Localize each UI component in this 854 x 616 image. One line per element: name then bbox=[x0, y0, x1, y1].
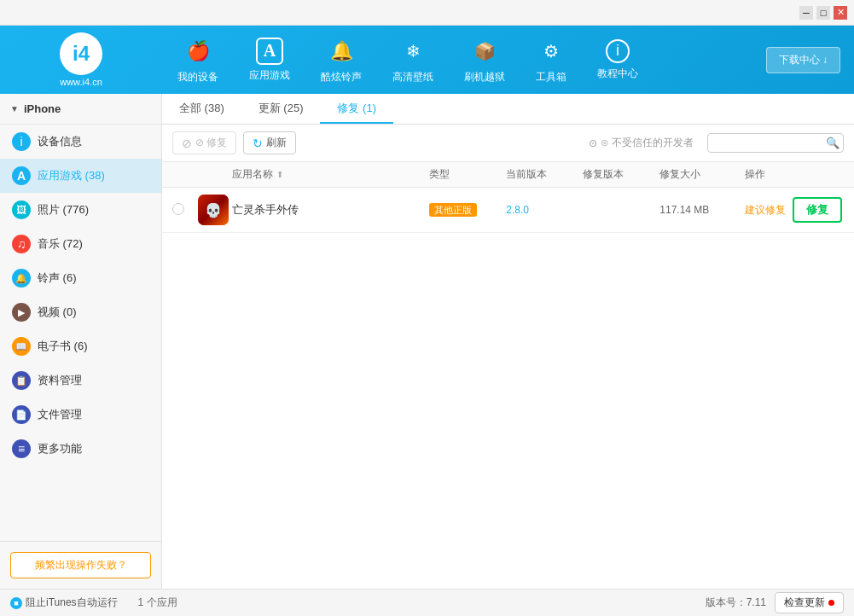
apps-icon: A bbox=[256, 38, 283, 65]
nav-jailbreak[interactable]: 📦 刷机越狱 bbox=[449, 26, 520, 94]
nav-apps-label: 应用游戏 bbox=[249, 68, 290, 83]
wallpaper-icon: ❄ bbox=[398, 36, 428, 67]
status-left: ■ 阻止iTunes自动运行 bbox=[10, 596, 118, 610]
titlebar: ─ □ ✕ bbox=[0, 0, 854, 26]
device-arrow-icon: ▼ bbox=[10, 104, 19, 113]
logo-url: www.i4.cn bbox=[60, 77, 102, 87]
sidebar-item-apps-games[interactable]: A 应用游戏 (38) bbox=[0, 159, 161, 193]
sidebar-photos-label: 照片 (776) bbox=[38, 202, 89, 218]
th-cur-version: 当前版本 bbox=[506, 167, 583, 182]
maximize-button[interactable]: □ bbox=[816, 6, 830, 20]
refresh-button[interactable]: ↻ 刷新 bbox=[243, 131, 296, 154]
music-icon: ♫ bbox=[12, 235, 31, 253]
nav-tools[interactable]: ⚙ 工具箱 bbox=[520, 26, 582, 94]
sidebar-bottom: 频繁出现操作失败？ bbox=[0, 541, 161, 589]
nav-apps[interactable]: A 应用游戏 bbox=[234, 26, 305, 94]
device-label: ▼ iPhone bbox=[0, 94, 161, 125]
row-radio[interactable] bbox=[172, 203, 184, 215]
sidebar-item-videos[interactable]: ▶ 视频 (0) bbox=[0, 295, 161, 329]
navbar: i4 www.i4.cn 🍎 我的设备 A 应用游戏 🔔 酷炫铃声 ❄ 高清壁纸… bbox=[0, 26, 854, 94]
version-label: 版本号：7.11 bbox=[706, 596, 766, 610]
repair-icon: ⊘ bbox=[182, 137, 192, 150]
device-info-icon: i bbox=[12, 132, 31, 151]
refresh-label: 刷新 bbox=[266, 136, 287, 150]
sidebar-item-device-info[interactable]: i 设备信息 bbox=[0, 125, 161, 159]
table-row: 💀 亡灵杀手外传 其他正版 2.8.0 117.14 MB 建议修复 修复 bbox=[162, 188, 854, 233]
content-area: 全部 (38) 更新 (25) 修复 (1) ⊘ ⊘ 修复 ↻ 刷新 ⊙ ⊙ 不… bbox=[162, 94, 854, 589]
sidebar: ▼ iPhone i 设备信息 A 应用游戏 (38) 🖼 照片 (776) ♫… bbox=[0, 94, 162, 589]
stop-itunes-label: 阻止iTunes自动运行 bbox=[26, 596, 118, 610]
nav-tutorials[interactable]: i 教程中心 bbox=[582, 26, 654, 94]
sidebar-more-label: 更多功能 bbox=[38, 441, 82, 456]
table-body: 💀 亡灵杀手外传 其他正版 2.8.0 117.14 MB 建议修复 修复 bbox=[162, 188, 854, 233]
trust-warning-label: ⊙ 不受信任的开发者 bbox=[601, 136, 694, 150]
sidebar-data-mgmt-label: 资料管理 bbox=[38, 373, 82, 388]
svg-text:💀: 💀 bbox=[205, 202, 222, 218]
sidebar-item-file-mgmt[interactable]: 📄 文件管理 bbox=[0, 398, 161, 432]
td-size: 117.14 MB bbox=[659, 204, 745, 216]
th-repair-ver: 修复版本 bbox=[583, 167, 659, 182]
nav-wallpaper[interactable]: ❄ 高清壁纸 bbox=[377, 26, 449, 94]
ringtones-sidebar-icon: 🔔 bbox=[12, 269, 31, 288]
tab-repair[interactable]: 修复 (1) bbox=[320, 94, 393, 124]
nav-tools-label: 工具箱 bbox=[536, 70, 566, 84]
tools-icon: ⚙ bbox=[536, 36, 566, 67]
status-right: 版本号：7.11 检查更新 bbox=[706, 592, 844, 613]
check-update-button[interactable]: 检查更新 bbox=[775, 592, 844, 613]
td-check[interactable] bbox=[172, 203, 198, 218]
stop-icon: ■ bbox=[10, 597, 22, 609]
nav-wallpaper-label: 高清壁纸 bbox=[392, 70, 433, 84]
data-mgmt-icon: 📋 bbox=[12, 371, 31, 390]
error-button[interactable]: 频繁出现操作失败？ bbox=[10, 552, 151, 578]
videos-icon: ▶ bbox=[12, 303, 31, 322]
tabs-bar: 全部 (38) 更新 (25) 修复 (1) bbox=[162, 94, 854, 125]
stop-itunes-button[interactable]: ■ 阻止iTunes自动运行 bbox=[10, 596, 118, 610]
main-layout: ▼ iPhone i 设备信息 A 应用游戏 (38) 🖼 照片 (776) ♫… bbox=[0, 94, 854, 589]
my-device-icon: 🍎 bbox=[183, 36, 213, 67]
logo-area[interactable]: i4 www.i4.cn bbox=[0, 32, 162, 87]
sidebar-item-ebooks[interactable]: 📖 电子书 (6) bbox=[0, 329, 161, 363]
search-input[interactable] bbox=[715, 137, 826, 149]
trust-warning: ⊙ ⊙ 不受信任的开发者 bbox=[589, 136, 694, 150]
nav-my-device-label: 我的设备 bbox=[177, 70, 218, 84]
sidebar-apps-games-label: 应用游戏 (38) bbox=[38, 168, 105, 183]
sidebar-item-data-mgmt[interactable]: 📋 资料管理 bbox=[0, 363, 161, 398]
nav-ringtones[interactable]: 🔔 酷炫铃声 bbox=[305, 26, 377, 94]
repair-toolbar-button[interactable]: ⊘ ⊘ 修复 bbox=[172, 131, 236, 154]
repair-action-button[interactable]: 修复 bbox=[793, 197, 842, 223]
tab-update[interactable]: 更新 (25) bbox=[241, 94, 321, 124]
sidebar-item-music[interactable]: ♫ 音乐 (72) bbox=[0, 227, 161, 261]
logo-icon: i4 bbox=[60, 32, 102, 75]
more-features-icon: ≡ bbox=[12, 439, 31, 458]
th-size: 修复大小 bbox=[659, 167, 745, 182]
trust-warning-icon: ⊙ bbox=[589, 137, 597, 149]
search-box[interactable]: 🔍 bbox=[707, 133, 844, 153]
sidebar-item-ringtones[interactable]: 🔔 铃声 (6) bbox=[0, 261, 161, 295]
td-app-name: 亡灵杀手外传 bbox=[232, 202, 429, 218]
refresh-icon: ↻ bbox=[253, 137, 263, 150]
statusbar: ■ 阻止iTunes自动运行 1 个应用 版本号：7.11 检查更新 bbox=[0, 589, 854, 616]
check-update-label: 检查更新 bbox=[784, 596, 825, 610]
sidebar-item-photos[interactable]: 🖼 照片 (776) bbox=[0, 193, 161, 227]
sort-arrow-icon: ⬆ bbox=[276, 170, 283, 179]
sidebar-ringtones-label: 铃声 (6) bbox=[38, 270, 77, 286]
minimize-button[interactable]: ─ bbox=[799, 6, 813, 20]
td-type: 其他正版 bbox=[429, 203, 506, 217]
tutorials-icon: i bbox=[606, 39, 630, 63]
close-button[interactable]: ✕ bbox=[834, 6, 847, 20]
file-mgmt-icon: 📄 bbox=[12, 405, 31, 424]
tab-all[interactable]: 全部 (38) bbox=[162, 94, 241, 124]
app-icon-image: 💀 bbox=[198, 195, 229, 225]
sidebar-device-info-label: 设备信息 bbox=[38, 134, 82, 149]
td-current-version: 2.8.0 bbox=[506, 204, 583, 216]
nav-my-device[interactable]: 🍎 我的设备 bbox=[162, 26, 234, 94]
nav-jailbreak-label: 刷机越狱 bbox=[464, 70, 505, 84]
sidebar-item-more[interactable]: ≡ 更多功能 bbox=[0, 432, 161, 466]
nav-ringtones-label: 酷炫铃声 bbox=[321, 70, 362, 84]
update-dot-icon bbox=[828, 600, 834, 606]
nav-items: 🍎 我的设备 A 应用游戏 🔔 酷炫铃声 ❄ 高清壁纸 📦 刷机越狱 ⚙ 工具箱… bbox=[162, 26, 854, 94]
th-name[interactable]: 应用名称 ⬆ bbox=[232, 167, 429, 182]
photos-icon: 🖼 bbox=[12, 200, 31, 219]
download-center-button[interactable]: 下载中心 ↓ bbox=[766, 47, 840, 73]
type-tag: 其他正版 bbox=[429, 203, 477, 217]
